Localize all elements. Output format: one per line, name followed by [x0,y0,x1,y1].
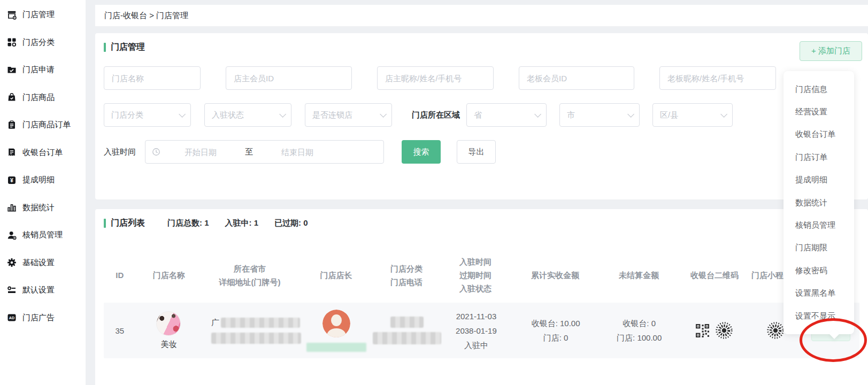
menu-item-data-statistics[interactable]: 数据统计 [783,191,854,214]
search-button[interactable]: 搜索 [402,140,441,164]
store-name-input[interactable] [104,66,201,90]
col-time-status: 入驻时间过期时间入驻状态 [439,255,513,295]
stat-active: 入驻中: 1 [225,218,259,228]
cell-id: 35 [104,326,135,335]
chevron-down-icon [534,111,541,118]
sidebar-item-label: 提成明细 [22,175,55,185]
export-button[interactable]: 导出 [457,140,496,164]
status-text: 入驻中 [464,338,488,352]
add-store-button[interactable]: + 添加门店 [800,41,862,61]
address-prefix: 广 [211,318,219,328]
censored-address-line2 [211,333,301,344]
sidebar-item-commission-detail[interactable]: ¥ 提成明细 [0,166,86,194]
grid-icon [7,37,17,47]
city-select[interactable]: 市 [559,103,640,127]
select-placeholder: 区/县 [660,110,678,120]
district-select[interactable]: 区/县 [652,103,733,127]
select-placeholder: 市 [567,110,575,120]
select-placeholder: 门店分类 [111,110,143,120]
start-date-input[interactable] [160,148,241,157]
boss-member-id-input[interactable] [519,66,634,90]
store-management-card: 门店管理 + 添加门店 门店分类 入驻状态 是否连锁店 门店所在区域 [95,33,868,199]
menu-item-store-orders[interactable]: 门店订单 [783,146,854,168]
menu-item-set-hidden[interactable]: 设置不显示 [783,305,854,327]
mini-program-code-icon[interactable] [766,321,785,340]
censored-phone [373,332,441,344]
store-stats: 门店总数: 1 入驻中: 1 已过期: 0 [167,218,308,228]
cell-cashier-qr [680,321,749,340]
filter-row-2: 门店分类 入驻状态 是否连锁店 门店所在区域 省 市 区/县 [104,103,859,127]
join-time-label: 入驻时间 [104,147,136,157]
region-label: 门店所在区域 [412,110,460,120]
menu-item-commission-detail[interactable]: 提成明细 [783,169,854,191]
menu-item-set-blacklist[interactable]: 设置黑名单 [783,282,854,305]
svg-text:AD: AD [9,315,14,320]
sidebar-item-store-application[interactable]: 门店申请 [0,56,86,84]
col-received-amount: 累计实收金额 [513,268,598,282]
table-header: ID 门店名称 所在省市详细地址(门牌号) 门店店长 门店分类门店电话 入驻时间… [104,255,859,295]
sidebar-item-store-management[interactable]: 门店管理 [0,1,86,29]
card-title: 门店管理 [104,42,859,53]
ad-icon: AD [7,313,17,322]
sidebar-item-data-statistics[interactable]: 数据统计 [0,194,86,222]
sliders-icon [7,286,17,295]
sidebar-item-store-goods-orders[interactable]: 门店商品订单 [0,111,86,139]
select-placeholder: 是否连锁店 [312,110,352,120]
cell-unsettled-amount: 收银台: 0 门店: 100.00 [598,316,680,345]
menu-item-store-term[interactable]: 门店期限 [783,237,854,259]
cell-received-amount: 收银台: 10.00 门店: 0 [513,316,598,345]
menu-item-business-settings[interactable]: 经营设置 [783,101,854,123]
stat-expired: 已过期: 0 [274,218,308,228]
settle-status-select[interactable]: 入驻状态 [204,103,291,127]
clock-icon [152,148,160,156]
breadcrumb: 门店-收银台 > 门店管理 [104,11,188,21]
filter-row-3: 入驻时间 至 搜索 导出 [104,140,859,164]
menu-item-verifier-management[interactable]: 核销员管理 [783,214,854,236]
svg-text:¥: ¥ [10,177,13,183]
select-placeholder: 省 [474,110,482,120]
boss-nickname-input[interactable] [659,66,776,90]
store-category-select[interactable]: 门店分类 [104,103,191,127]
menu-item-store-info[interactable]: 门店信息 [783,78,854,101]
is-chain-select[interactable]: 是否连锁店 [305,103,392,127]
receipt-icon [7,148,17,157]
col-unsettled-amount: 未结算金额 [597,268,680,282]
sidebar-item-store-category[interactable]: 门店分类 [0,29,86,57]
sidebar-item-store-ads[interactable]: AD 门店广告 [0,304,86,332]
sidebar-item-label: 门店商品 [22,93,55,103]
province-select[interactable]: 省 [466,103,547,127]
storefront-icon [7,10,17,20]
sidebar-item-verifier-management[interactable]: 核销员管理 [0,221,86,249]
sidebar-item-default-settings[interactable]: 默认设置 [0,276,86,304]
end-date-input[interactable] [257,148,337,157]
menu-item-cashier-orders[interactable]: 收银台订单 [783,124,854,146]
folder-check-icon [7,65,17,75]
sidebar-item-label: 门店商品订单 [22,120,71,130]
owner-member-id-input[interactable] [226,66,352,90]
chevron-down-icon [279,111,286,118]
gear-icon [7,258,17,267]
title-accent-bar [104,43,106,52]
date-range-picker[interactable]: 至 [145,140,384,164]
main-content: 门店-收银台 > 门店管理 门店管理 + 添加门店 门店分类 入驻状态 [86,0,868,385]
expire-date: 2038-01-19 [456,324,497,338]
censored-address-line1 [221,318,300,328]
clipboard-icon [7,120,17,130]
table-row: 35 美妆 广 2021-11-03 2038-01-19 入驻中 [104,303,859,358]
sidebar-item-store-goods[interactable]: 门店商品 [0,84,86,112]
qr-code-icon[interactable] [695,324,710,338]
col-id: ID [104,268,136,282]
sidebar-item-cashier-orders[interactable]: 收银台订单 [0,139,86,167]
select-placeholder: 入驻状态 [212,110,244,120]
cell-category-phone [375,317,439,344]
mini-program-code-icon[interactable] [715,321,734,340]
sidebar-item-basic-settings[interactable]: 基础设置 [0,249,86,277]
store-name-text: 美妆 [160,340,176,350]
sidebar-item-label: 门店分类 [22,37,55,48]
sidebar-item-label: 收银台订单 [22,148,63,158]
menu-item-change-password[interactable]: 修改密码 [783,259,854,282]
owner-nickname-input[interactable] [377,66,494,90]
store-avatar [156,311,181,336]
yen-icon: ¥ [7,175,17,185]
chevron-down-icon [179,111,186,118]
